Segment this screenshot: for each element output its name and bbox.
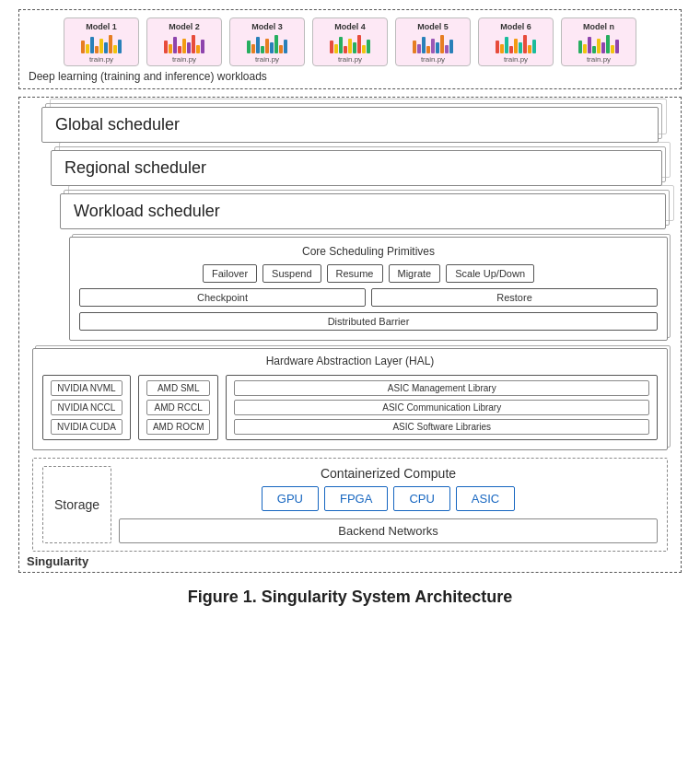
model-icon — [413, 33, 453, 53]
model-card: Model 2train.py — [146, 17, 222, 66]
primitive-button[interactable]: Suspend — [262, 264, 321, 283]
asic-lib-item: ASIC Communication Library — [234, 400, 649, 415]
amd-lib-item: AMD SML — [146, 380, 211, 396]
model-icon — [247, 33, 287, 53]
model-title: Model 6 — [500, 22, 531, 31]
nvidia-lib-item: NVIDIA CUDA — [51, 419, 122, 435]
compute-chip: CPU — [393, 486, 449, 511]
nvidia-lib-item: NVIDIA NVML — [51, 380, 122, 396]
primitive-button[interactable]: Failover — [203, 264, 257, 283]
figure-caption: Figure 1. Singularity System Architectur… — [18, 588, 682, 607]
compute-chip: GPU — [262, 486, 319, 511]
singularity-label: Singularity — [27, 554, 88, 568]
model-card: Model 5train.py — [395, 17, 471, 66]
global-scheduler-label: Global scheduler — [55, 115, 180, 134]
core-title: Core Scheduling Primitives — [79, 245, 658, 258]
nvidia-lib-item: NVIDIA NCCL — [51, 400, 122, 415]
model-file: train.py — [504, 55, 528, 64]
model-card: Model 3train.py — [229, 17, 305, 66]
primitives-row: FailoverSuspendResumeMigrateScale Up/Dow… — [79, 264, 658, 283]
checkpoint-btn: Checkpoint — [79, 288, 366, 307]
primitive-button[interactable]: Scale Up/Down — [446, 264, 534, 283]
model-file: train.py — [338, 55, 362, 64]
hal-columns: NVIDIA NVMLNVIDIA NCCLNVIDIA CUDA AMD SM… — [42, 375, 658, 440]
model-file: train.py — [172, 55, 196, 64]
model-title: Model 5 — [417, 22, 449, 31]
model-card: Model ntrain.py — [561, 17, 636, 66]
storage-box: Storage — [42, 466, 111, 543]
backend-networks: Backend Networks — [119, 518, 658, 543]
regional-scheduler-box: Regional scheduler — [51, 150, 662, 186]
model-title: Model 4 — [334, 22, 366, 31]
model-icon — [164, 33, 204, 53]
model-card: Model 1train.py — [64, 17, 139, 66]
lower-inner: Storage Containerized Compute GPUFPGACPU… — [42, 466, 658, 543]
model-title: Model 1 — [86, 22, 117, 31]
model-icon — [578, 33, 619, 53]
nvidia-col: NVIDIA NVMLNVIDIA NCCLNVIDIA CUDA — [42, 375, 131, 440]
model-file: train.py — [255, 55, 279, 64]
model-card: Model 6train.py — [478, 17, 554, 66]
asic-lib-item: ASIC Management Library — [234, 380, 649, 396]
models-label: Deep learning (training and inference) w… — [29, 70, 671, 83]
compute-chip: FPGA — [324, 486, 388, 511]
model-file: train.py — [89, 55, 113, 64]
architecture-box: Global scheduler Regional scheduler Work… — [18, 97, 682, 573]
primitive-button[interactable]: Migrate — [389, 264, 441, 283]
primitive-button[interactable]: Resume — [327, 264, 383, 283]
hal-title: Hardware Abstraction Layer (HAL) — [42, 355, 658, 367]
core-scheduling-box: Core Scheduling Primitives FailoverSuspe… — [69, 237, 668, 341]
amd-col: AMD SMLAMD RCCLAMD ROCM — [138, 375, 219, 440]
models-section: Model 1train.pyModel 2train.pyModel 3tra… — [18, 9, 682, 89]
model-icon — [330, 33, 370, 53]
model-icon — [81, 33, 122, 53]
restore-btn: Restore — [371, 288, 658, 307]
amd-lib-item: AMD ROCM — [146, 419, 211, 435]
asic-lib-item: ASIC Software Libraries — [234, 419, 649, 435]
containerized-compute-label: Containerized Compute — [119, 466, 658, 481]
compute-chip: ASIC — [456, 486, 515, 511]
model-icon — [496, 33, 536, 53]
amd-lib-item: AMD RCCL — [146, 400, 211, 415]
compute-section: Containerized Compute GPUFPGACPUASIC Bac… — [119, 466, 658, 543]
model-title: Model 3 — [251, 22, 283, 31]
compute-chips: GPUFPGACPUASIC — [119, 486, 658, 511]
model-title: Model n — [583, 22, 614, 31]
model-file: train.py — [587, 55, 611, 64]
global-scheduler-box: Global scheduler — [41, 107, 659, 143]
distributed-barrier: Distributed Barrier — [79, 312, 658, 331]
regional-scheduler-label: Regional scheduler — [64, 158, 206, 177]
hal-box: Hardware Abstraction Layer (HAL) NVIDIA … — [32, 348, 668, 450]
lower-section: Storage Containerized Compute GPUFPGACPU… — [32, 458, 668, 552]
workload-scheduler-box: Workload scheduler — [60, 193, 666, 229]
model-file: train.py — [421, 55, 445, 64]
workload-scheduler-label: Workload scheduler — [74, 202, 220, 220]
model-card: Model 4train.py — [312, 17, 388, 66]
asic-col: ASIC Management LibraryASIC Communicatio… — [226, 375, 658, 440]
models-row: Model 1train.pyModel 2train.pyModel 3tra… — [29, 17, 671, 66]
model-title: Model 2 — [169, 22, 200, 31]
checkpoint-restore-row: Checkpoint Restore — [79, 288, 658, 307]
